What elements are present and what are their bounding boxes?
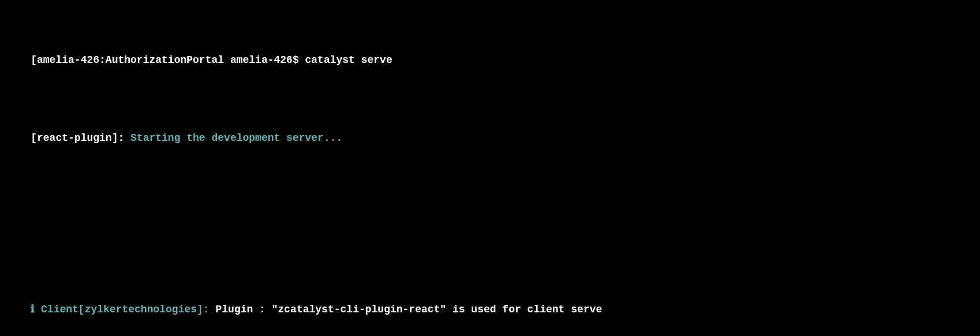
info-icon: ℹ xyxy=(31,304,41,315)
client-info-line: ℹ Client[zylkertechnologies]: Plugin : "… xyxy=(6,286,974,333)
prompt-line: [amelia-426:AuthorizationPortal amelia-4… xyxy=(6,37,974,84)
react-plugin-message: Starting the development server... xyxy=(130,132,342,144)
blank-line xyxy=(6,240,974,255)
client-label: Client[zylkertechnologies]: xyxy=(41,304,210,315)
blank-line xyxy=(6,193,974,208)
shell-prompt: [amelia-426:AuthorizationPortal amelia-4… xyxy=(31,54,305,66)
react-plugin-prefix: [react-plugin]: xyxy=(31,132,130,144)
client-message: Plugin : "zcatalyst-cli-plugin-react" is… xyxy=(210,304,603,315)
command-text: catalyst serve xyxy=(305,54,392,66)
terminal-output[interactable]: [amelia-426:AuthorizationPortal amelia-4… xyxy=(6,6,974,336)
react-plugin-line: [react-plugin]: Starting the development… xyxy=(6,115,974,162)
